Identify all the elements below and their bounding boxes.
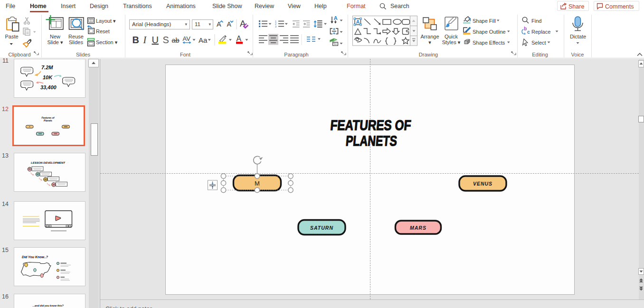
- svg-text:M: M: [255, 180, 260, 187]
- svg-text:PLANETS: PLANETS: [345, 133, 398, 149]
- svg-text:02: 02: [37, 173, 39, 176]
- svg-text:Planets: Planets: [44, 119, 52, 122]
- svg-text:03: 03: [44, 178, 47, 181]
- svg-text:3: 3: [275, 25, 276, 28]
- svg-text:S: S: [163, 35, 169, 45]
- svg-text:b: b: [524, 26, 527, 31]
- svg-text:A: A: [356, 19, 360, 25]
- svg-text:33,400: 33,400: [40, 84, 57, 90]
- svg-text:Aa: Aa: [199, 36, 208, 44]
- svg-text:I: I: [143, 35, 147, 45]
- svg-text:FEATURES OF: FEATURES OF: [330, 117, 412, 133]
- svg-text:10K: 10K: [43, 75, 53, 80]
- svg-text:SATURN: SATURN: [310, 225, 333, 231]
- svg-text:A: A: [334, 15, 338, 21]
- svg-text:U: U: [152, 35, 159, 45]
- svg-text:B: B: [133, 35, 139, 45]
- svg-text:A: A: [237, 35, 242, 43]
- svg-text:VENUS: VENUS: [473, 181, 492, 187]
- svg-text:MARS: MARS: [410, 225, 426, 231]
- svg-text:04: 04: [52, 184, 55, 186]
- svg-text:7.2M: 7.2M: [41, 65, 53, 70]
- svg-text:LESSON DEVELOPMENT: LESSON DEVELOPMENT: [31, 161, 66, 164]
- svg-text:Did You Know..?: Did You Know..?: [22, 255, 48, 259]
- svg-text:...and did you know this?: ...and did you know this?: [32, 304, 64, 307]
- svg-text:01: 01: [28, 168, 31, 170]
- svg-text:c: c: [527, 29, 530, 35]
- svg-text:AV: AV: [183, 35, 191, 42]
- svg-text:ab: ab: [172, 37, 180, 44]
